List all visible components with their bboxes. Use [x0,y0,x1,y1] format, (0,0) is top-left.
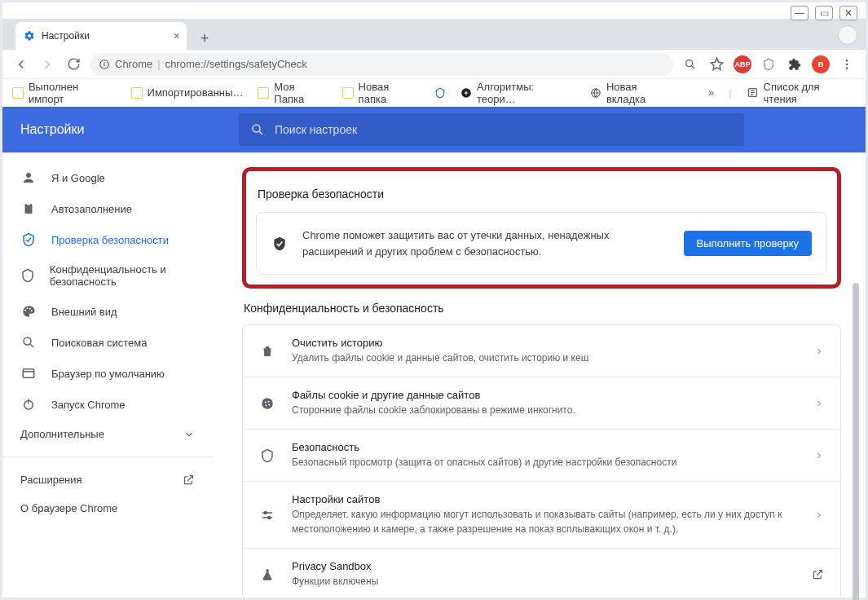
search-icon [250,122,265,137]
run-check-button[interactable]: Выполнить проверку [684,231,812,256]
row-title: Очистить историю [292,337,798,349]
bookmark-label: Импортированны… [148,86,244,99]
bookmarks-bar: Выполнен импорт Импортированны… Моя Папк… [2,79,866,107]
sidebar-item-label: Внешний вид [51,306,117,318]
chevron-right-icon [814,346,824,356]
settings-search-input[interactable] [275,123,733,136]
abp-extension-icon[interactable]: ABP [734,55,751,73]
safety-check-highlight: Проверка безопасности Chrome поможет защ… [242,167,841,289]
user-avatar[interactable]: B [812,55,830,73]
reload-button[interactable] [64,55,82,73]
bookmark-folder[interactable]: Импортированны… [131,86,244,99]
sidebar-item-label: О браузере Chrome [20,502,117,514]
sidebar-item-appearance[interactable]: Внешний вид [2,296,213,327]
bookmark-folder[interactable]: Моя Папка [258,81,327,105]
svg-point-15 [27,307,29,309]
settings-header: Настройки [2,107,866,152]
profile-icon[interactable] [838,25,857,45]
tab-title: Настройки [42,30,90,42]
search-engine-icon [20,335,37,350]
shield-extension-icon[interactable] [760,55,778,73]
bookmarks-overflow-button[interactable]: » [708,86,714,99]
row-privacy-sandbox[interactable]: Privacy Sandbox Функции включены [243,549,840,598]
bookmark-folder[interactable]: Новая папка [342,81,420,105]
address-separator: | [157,58,160,70]
external-link-icon [812,568,824,580]
svg-point-24 [266,404,267,406]
settings-gear-icon [24,30,35,42]
svg-rect-2 [104,62,104,63]
power-icon [20,397,37,412]
reading-list-button[interactable]: Список для чтения [747,81,856,105]
maximize-button[interactable]: ▭ [815,6,833,20]
sidebar-item-safety-check[interactable]: Проверка безопасности [2,224,213,255]
chevron-right-icon [814,510,824,520]
row-clear-history[interactable]: Очистить историю Удалить файлы cookie и … [243,325,840,377]
bookmark-item[interactable]: Новая вкладка [590,81,679,105]
sidebar-item-advanced[interactable]: Дополнительные [2,420,213,448]
svg-point-18 [24,338,31,345]
chrome-info-icon [99,59,110,70]
shield-outline-icon [259,448,275,463]
trash-icon [259,344,275,359]
svg-point-6 [846,67,848,69]
folder-icon [258,87,269,99]
address-url: chrome://settings/safetyCheck [165,58,307,70]
shield-filled-icon [271,236,288,252]
bookmark-label: Новая вкладка [606,81,679,105]
svg-point-17 [31,310,33,311]
settings-search[interactable] [239,113,744,146]
svg-point-25 [268,404,270,405]
sidebar-item-about-chrome[interactable]: О браузере Chrome [2,494,213,523]
bookmark-star-icon[interactable] [707,55,725,73]
browser-menu-icon[interactable] [838,55,856,73]
sidebar-item-privacy-security[interactable]: Конфиденциальность и безопасность [2,255,213,296]
sidebar-item-search-engine[interactable]: Поисковая система [2,327,213,358]
chevron-down-icon [183,429,195,440]
svg-point-23 [268,400,270,402]
svg-point-11 [26,173,31,178]
sidebar-item-autofill[interactable]: Автозаполнение [2,193,213,224]
svg-point-3 [686,60,693,66]
svg-rect-1 [104,63,104,66]
back-button[interactable] [12,55,30,73]
sidebar-item-label: Проверка безопасности [51,234,169,246]
minimize-button[interactable]: — [791,6,809,20]
address-bar[interactable]: Chrome | chrome://settings/safetyCheck [90,53,673,76]
bookmark-label: Выполнен импорт [29,81,117,105]
close-window-button[interactable]: ✕ [839,6,857,20]
scrollbar[interactable] [853,283,859,600]
sidebar-item-default-browser[interactable]: Браузер по умолчанию [2,358,213,389]
bookmark-item[interactable]: Алгоритмы: теори… [460,81,575,105]
sidebar-item-you-and-google[interactable]: Я и Google [2,162,213,193]
sidebar-item-on-startup[interactable]: Запуск Chrome [2,389,213,420]
svg-point-5 [846,63,848,65]
svg-point-14 [24,310,26,311]
settings-content: Проверка безопасности Chrome поможет защ… [213,152,866,598]
flask-icon [259,567,275,582]
sliders-icon [259,508,275,523]
new-tab-button[interactable]: + [193,27,216,50]
cookie-icon [259,396,275,411]
toolbar: Chrome | chrome://settings/safetyCheck A… [2,50,866,79]
tab-close-icon[interactable]: × [174,29,180,42]
sidebar-item-label: Автозаполнение [51,203,132,215]
svg-point-16 [29,308,31,310]
folder-icon [131,87,143,99]
svg-point-22 [265,401,267,403]
sidebar-item-extensions[interactable]: Расширения [2,465,213,494]
privacy-section-title: Конфиденциальность и безопасность [244,302,841,315]
extensions-puzzle-icon[interactable] [786,55,804,73]
bookmark-shield[interactable] [434,87,446,99]
row-cookies[interactable]: Файлы cookie и другие данные сайтов Стор… [243,377,840,430]
row-security[interactable]: Безопасность Безопасный просмотр (защита… [243,430,840,482]
zoom-search-icon[interactable] [681,55,699,73]
forward-button[interactable] [38,55,56,73]
sidebar-divider [2,457,213,457]
row-site-settings[interactable]: Настройки сайтов Определяет, какую инфор… [243,482,840,549]
browser-tab-settings[interactable]: Настройки × [15,22,187,50]
bookmark-folder[interactable]: Выполнен импорт [12,81,117,105]
row-title: Privacy Sandbox [292,560,795,572]
folder-icon [342,87,354,99]
safety-check-description: Chrome поможет защитить вас от утечки да… [302,227,669,259]
